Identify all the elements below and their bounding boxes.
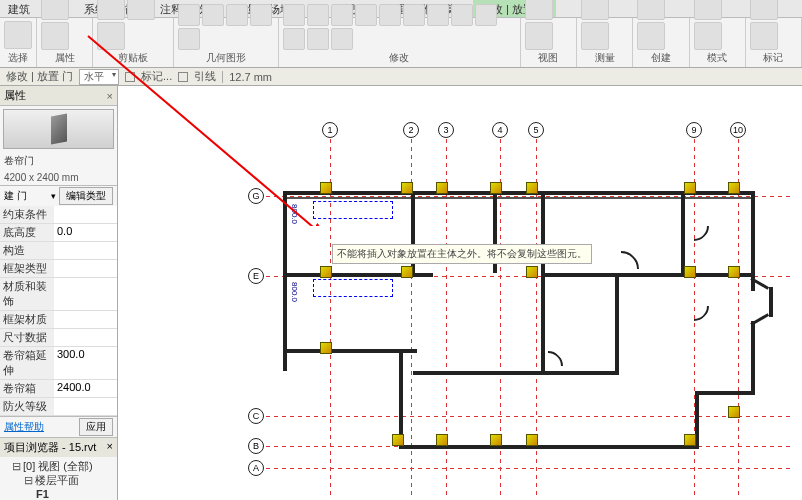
tab-0[interactable]: 建筑 <box>0 0 38 17</box>
dim-value: 12.7 mm <box>229 71 272 83</box>
column <box>490 434 502 446</box>
door-swing <box>596 244 647 295</box>
property-row[interactable]: 框架类型 <box>0 260 117 278</box>
grid-bubble[interactable]: C <box>248 408 264 424</box>
grid-bubble[interactable]: 9 <box>686 122 702 138</box>
tag-label: 标记... <box>141 69 172 84</box>
props-help-link[interactable]: 属性帮助 <box>4 420 76 434</box>
grid-bubble[interactable]: 2 <box>403 122 419 138</box>
tool-icon[interactable] <box>427 4 449 26</box>
leader-label: 引线 <box>194 69 216 84</box>
browser-tree[interactable]: ⊟[0] 视图 (全部)⊟楼层平面F1F2F3⊟天花板平面F1⊞三维视图⊟立面 … <box>0 457 117 500</box>
tool-icon[interactable] <box>750 0 778 20</box>
tool-icon[interactable] <box>637 0 665 20</box>
tool-icon[interactable] <box>750 22 778 50</box>
drawing-canvas[interactable]: 12345910GECBA <box>118 86 802 500</box>
dimension-text: 800.0 <box>290 282 299 302</box>
tool-icon[interactable] <box>331 4 353 26</box>
tool-icon[interactable] <box>355 4 377 26</box>
wall <box>751 321 755 395</box>
ribbon-group: 几何图形 <box>174 18 279 67</box>
column <box>320 182 332 194</box>
options-bar: 修改 | 放置 门 水平 标记... 引线 12.7 mm <box>0 68 802 86</box>
tool-icon[interactable] <box>694 22 722 50</box>
column <box>728 182 740 194</box>
tool-icon[interactable] <box>331 28 353 50</box>
group-label: 测量 <box>581 51 628 65</box>
grid-bubble[interactable]: B <box>248 438 264 454</box>
property-row[interactable]: 尺寸数据 <box>0 329 117 347</box>
ribbon-group: 创建 <box>633 18 689 67</box>
tool-icon[interactable] <box>307 28 329 50</box>
tool-icon[interactable] <box>41 22 69 50</box>
column <box>526 182 538 194</box>
tool-icon[interactable] <box>694 0 722 20</box>
column <box>320 266 332 278</box>
tool-icon[interactable] <box>403 4 425 26</box>
grid-bubble[interactable]: G <box>248 188 264 204</box>
wall <box>695 391 755 395</box>
tool-icon[interactable] <box>581 0 609 20</box>
group-label: 几何图形 <box>178 51 274 65</box>
tool-icon[interactable] <box>307 4 329 26</box>
property-row[interactable]: 卷帘箱延伸300.0 <box>0 347 117 380</box>
column <box>401 266 413 278</box>
tool-icon[interactable] <box>202 4 224 26</box>
property-row[interactable]: 卷帘箱2400.0 <box>0 380 117 398</box>
tool-icon[interactable] <box>4 21 32 49</box>
leader-checkbox[interactable] <box>178 72 188 82</box>
tool-icon[interactable] <box>475 4 497 26</box>
placement-preview <box>313 201 393 219</box>
column <box>320 342 332 354</box>
tool-icon[interactable] <box>637 22 665 50</box>
tool-icon[interactable] <box>451 4 473 26</box>
grid-bubble[interactable]: 1 <box>322 122 338 138</box>
grid-bubble[interactable]: 4 <box>492 122 508 138</box>
grid-bubble[interactable]: E <box>248 268 264 284</box>
apply-button[interactable]: 应用 <box>79 418 113 436</box>
tool-icon[interactable] <box>581 22 609 50</box>
tree-node[interactable]: F1 <box>2 487 115 500</box>
tool-icon[interactable] <box>283 28 305 50</box>
tool-icon[interactable] <box>283 4 305 26</box>
type-thumbnail[interactable] <box>3 109 114 149</box>
tree-node[interactable]: ⊟楼层平面 <box>2 473 115 487</box>
close-icon[interactable]: × <box>107 90 113 102</box>
chevron-down-icon[interactable]: ▾ <box>51 191 56 201</box>
wall <box>413 371 619 375</box>
property-row[interactable]: 约束条件 <box>0 206 117 224</box>
tag-checkbox[interactable] <box>125 72 135 82</box>
close-icon[interactable]: × <box>107 440 113 455</box>
property-row[interactable]: 材质和装饰 <box>0 278 117 311</box>
tool-icon[interactable] <box>127 0 155 20</box>
grid-bubble[interactable]: 3 <box>438 122 454 138</box>
grid-bubble[interactable]: A <box>248 460 264 476</box>
left-panel: 属性 × 卷帘门 4200 x 2400 mm 建 门 ▾ 编辑类型 约束条件底… <box>0 86 118 500</box>
tool-icon[interactable] <box>41 0 69 20</box>
grid-bubble[interactable]: 10 <box>730 122 746 138</box>
orient-dropdown[interactable]: 水平 <box>79 69 119 85</box>
tool-icon[interactable] <box>178 28 200 50</box>
group-label: 创建 <box>637 51 684 65</box>
tool-icon[interactable] <box>525 0 553 20</box>
tool-icon[interactable] <box>226 4 248 26</box>
property-row[interactable]: 构造 <box>0 242 117 260</box>
tool-icon[interactable] <box>178 4 200 26</box>
props-header: 属性 × <box>0 86 117 106</box>
tool-icon[interactable] <box>525 22 553 50</box>
property-row[interactable]: 框架材质 <box>0 311 117 329</box>
edit-type-button[interactable]: 编辑类型 <box>59 187 113 205</box>
type-size[interactable]: 4200 x 2400 mm <box>0 170 117 186</box>
grid-bubble[interactable]: 5 <box>528 122 544 138</box>
property-row[interactable]: 防火等级 <box>0 398 117 416</box>
tool-icon[interactable] <box>97 22 125 50</box>
tool-icon[interactable] <box>250 4 272 26</box>
property-row[interactable]: 底高度0.0 <box>0 224 117 242</box>
wall <box>283 273 287 353</box>
tree-node[interactable]: ⊟[0] 视图 (全部) <box>2 459 115 473</box>
tool-icon[interactable] <box>97 0 125 20</box>
door-swing <box>673 205 715 247</box>
tool-icon[interactable] <box>379 4 401 26</box>
type-name: 卷帘门 <box>0 152 117 170</box>
ribbon-group: 测量 <box>577 18 633 67</box>
